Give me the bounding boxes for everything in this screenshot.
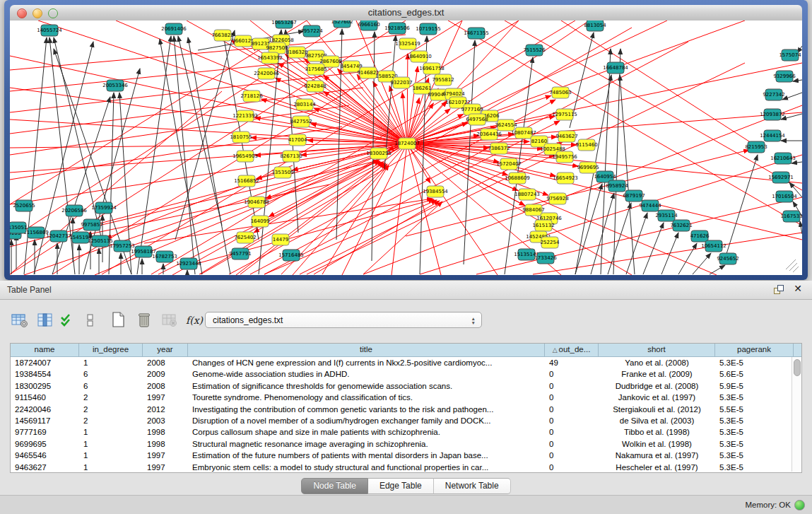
table-row[interactable]: 1938455462009Genome-wide association stu… bbox=[11, 368, 801, 380]
column-header-in_degree[interactable]: in_degree bbox=[79, 344, 143, 356]
graph-node[interactable]: 7625402 bbox=[234, 232, 256, 243]
table-row[interactable]: 946362711997Embryonic stem cells: a mode… bbox=[11, 462, 801, 473]
graph-node[interactable]: 10688609 bbox=[505, 173, 530, 184]
graph-node[interactable]: 6879197 bbox=[623, 190, 645, 201]
table-row[interactable]: 1830029562008Estimation of significance … bbox=[11, 380, 801, 392]
graph-edge[interactable] bbox=[286, 30, 298, 233]
table-row[interactable]: 977716911998Corpus callosum shape and si… bbox=[11, 426, 801, 438]
graph-node[interactable]: 9756928 bbox=[546, 193, 568, 204]
graph-node[interactable]: 471626 bbox=[690, 230, 710, 242]
graph-node[interactable]: 20206586 bbox=[61, 205, 87, 216]
graph-edge[interactable] bbox=[533, 233, 802, 274]
table-row[interactable]: 1456911722003Disruption of a novel membe… bbox=[11, 415, 801, 426]
tab-node-table[interactable]: Node Table bbox=[301, 478, 368, 494]
graph-node[interactable]: 9227342 bbox=[763, 89, 784, 100]
graph-node[interactable]: 20053346 bbox=[102, 80, 128, 91]
new-table-icon[interactable] bbox=[109, 310, 129, 330]
table-row[interactable]: 946554611997Estimation of the future num… bbox=[11, 450, 801, 461]
graph-node[interactable]: 6966160 bbox=[358, 21, 379, 30]
graph-node[interactable]: 1167533 bbox=[780, 211, 802, 222]
graph-edge[interactable] bbox=[792, 162, 802, 163]
graph-node[interactable]: 2520655 bbox=[13, 200, 35, 211]
column-header-title[interactable]: title bbox=[188, 344, 545, 356]
graph-edge[interactable] bbox=[678, 243, 697, 274]
graph-node[interactable]: 9457791 bbox=[229, 248, 251, 259]
graph-node[interactable]: 17016504 bbox=[772, 191, 797, 202]
graph-edge[interactable] bbox=[575, 184, 602, 274]
graph-node[interactable]: 15166852 bbox=[234, 175, 259, 187]
graph-node[interactable]: 12093872 bbox=[760, 109, 785, 120]
table-settings-icon[interactable] bbox=[10, 310, 30, 330]
graph-edge[interactable] bbox=[363, 201, 442, 274]
table-row[interactable]: 2242004622012Investigating the contribut… bbox=[11, 404, 801, 415]
graph-edge[interactable] bbox=[324, 91, 407, 144]
graph-node[interactable]: 9242848 bbox=[304, 81, 326, 92]
graph-node[interactable]: 1353509 bbox=[271, 167, 293, 178]
graph-node[interactable]: 20691406 bbox=[161, 23, 187, 35]
graph-edge[interactable] bbox=[626, 213, 647, 274]
table-row[interactable]: 911546021997Tourette syndrome. Phenomeno… bbox=[11, 392, 801, 403]
graph-node[interactable]: 14671355 bbox=[464, 28, 489, 39]
graph-node[interactable]: 7485063 bbox=[549, 87, 571, 98]
canvas-resize-grip[interactable] bbox=[786, 259, 799, 272]
graph-edge[interactable] bbox=[793, 267, 799, 272]
graph-edge[interactable] bbox=[505, 21, 802, 190]
graph-node[interactable]: 9245652 bbox=[717, 253, 739, 264]
graph-node[interactable]: 9115460 bbox=[575, 139, 597, 151]
graph-edge[interactable] bbox=[407, 54, 408, 144]
column-header-year[interactable]: year bbox=[143, 344, 188, 356]
graph-edge[interactable] bbox=[710, 265, 725, 274]
float-panel-icon[interactable] bbox=[774, 285, 784, 295]
graph-edge[interactable] bbox=[661, 233, 678, 274]
graph-node[interactable]: 19218506 bbox=[384, 23, 410, 34]
graph-node[interactable]: 16210643 bbox=[770, 153, 796, 164]
select-rows-icon[interactable] bbox=[58, 310, 78, 330]
graph-edge[interactable] bbox=[406, 150, 749, 236]
graph-node[interactable]: 19384554 bbox=[423, 186, 448, 197]
graph-node[interactable]: 9329966 bbox=[773, 71, 796, 82]
graph-node[interactable]: 1810755 bbox=[230, 132, 252, 143]
graph-node[interactable]: 6497568 bbox=[466, 114, 488, 125]
graph-edge[interactable] bbox=[561, 21, 759, 148]
column-header-pagerank[interactable]: pagerank bbox=[715, 344, 794, 356]
graph-node[interactable]: 14055724 bbox=[37, 25, 62, 36]
row-height-icon[interactable] bbox=[81, 310, 100, 330]
column-header-short[interactable]: short bbox=[599, 344, 715, 356]
graph-node[interactable]: 8267130 bbox=[280, 151, 302, 162]
graph-edge[interactable] bbox=[392, 144, 407, 275]
delete-list-icon[interactable] bbox=[134, 310, 154, 330]
graph-node[interactable]: 9322037 bbox=[390, 77, 412, 88]
graph-node[interactable]: 7515526 bbox=[523, 45, 546, 56]
graph-node[interactable]: 1527602 bbox=[331, 21, 353, 28]
graph-edge[interactable] bbox=[643, 223, 664, 274]
graph-node[interactable]: 2803144 bbox=[293, 99, 316, 110]
graph-node[interactable]: 7955812 bbox=[432, 74, 454, 86]
graph-node[interactable]: 8958924 bbox=[606, 180, 628, 192]
graph-node[interactable]: 13325419 bbox=[395, 38, 420, 49]
graph-node[interactable]: 12923448 bbox=[176, 258, 201, 269]
graph-node[interactable]: 2718126 bbox=[240, 90, 263, 102]
table-vertical-scrollbar[interactable] bbox=[792, 357, 801, 472]
column-header-out_de[interactable]: △out_de... bbox=[545, 344, 599, 356]
network-canvas[interactable]: 1872400718300295193845547663822966012589… bbox=[10, 21, 802, 275]
table-row[interactable]: 1872400712008Changes of HCN gene express… bbox=[11, 357, 801, 368]
graph-node[interactable]: 16961758 bbox=[419, 63, 445, 74]
graph-edge[interactable] bbox=[307, 63, 745, 274]
tab-network-table[interactable]: Network Table bbox=[434, 478, 511, 494]
graph-edge[interactable] bbox=[793, 80, 802, 81]
graph-node[interactable]: 1733426 bbox=[534, 252, 557, 264]
scrollbar-thumb[interactable] bbox=[794, 359, 801, 376]
graph-node[interactable]: 1575074 bbox=[779, 49, 801, 61]
graph-node[interactable]: 8813054 bbox=[584, 21, 606, 31]
graph-edge[interactable] bbox=[786, 259, 796, 269]
graph-node[interactable]: 17359924 bbox=[91, 202, 117, 214]
graph-node[interactable]: 12975115 bbox=[552, 109, 577, 120]
window-titlebar[interactable]: citations_edges.txt bbox=[10, 5, 802, 21]
graph-node[interactable]: 16654923 bbox=[553, 173, 578, 184]
tab-edge-table[interactable]: Edge Table bbox=[368, 478, 434, 494]
select-column-icon[interactable] bbox=[35, 310, 55, 330]
graph-node[interactable]: 15692971 bbox=[768, 172, 794, 183]
graph-node[interactable]: 19495756 bbox=[552, 151, 577, 163]
graph-node[interactable]: 1545194 bbox=[69, 232, 92, 243]
graph-node[interactable]: 9975857 bbox=[81, 219, 102, 230]
